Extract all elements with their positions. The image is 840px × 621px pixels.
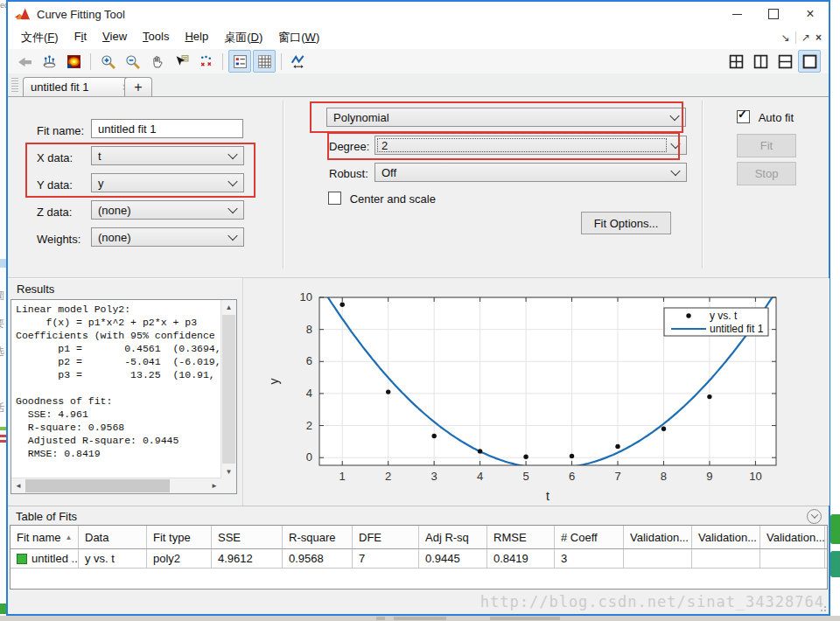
- menu-item-5[interactable]: 桌面(D): [216, 27, 270, 48]
- y-data-dropdown[interactable]: y: [91, 173, 244, 192]
- column-header-6[interactable]: Adj R-sq: [419, 526, 487, 548]
- table-cell-8: 3: [555, 549, 624, 568]
- table-cell-5: 7: [353, 549, 419, 568]
- column-header-2[interactable]: Fit type: [147, 526, 212, 548]
- minimize-button[interactable]: [718, 2, 755, 26]
- fit-button[interactable]: Fit: [737, 134, 796, 157]
- chevron-down-icon: [228, 150, 237, 159]
- scroll-up-icon[interactable]: ▲: [221, 300, 236, 314]
- layout-quad-icon[interactable]: [724, 50, 747, 73]
- grid-toggle-icon[interactable]: [253, 50, 276, 73]
- residuals-plot-icon[interactable]: [38, 50, 60, 73]
- collapse-panel-button[interactable]: [807, 509, 822, 524]
- maximize-button[interactable]: [755, 2, 792, 26]
- undock-icon[interactable]: ↗: [802, 31, 810, 44]
- svg-text:8: 8: [306, 323, 312, 336]
- tab-drag-handle[interactable]: [11, 78, 18, 93]
- z-data-dropdown[interactable]: (none): [91, 200, 244, 220]
- scroll-right-icon[interactable]: ►: [207, 478, 221, 493]
- weights-dropdown[interactable]: (none): [91, 227, 244, 247]
- vertical-scrollbar[interactable]: ▲ ▼: [220, 300, 236, 478]
- tab-untitled-fit-1[interactable]: untitled fit 1 ×: [23, 77, 136, 96]
- contour-plot-icon[interactable]: [62, 50, 85, 73]
- menu-item-6[interactable]: 窗口(W): [270, 27, 327, 48]
- menu-item-4[interactable]: Help: [177, 27, 216, 48]
- layout-single-icon[interactable]: [798, 50, 821, 73]
- menu-item-1[interactable]: Fit: [66, 27, 94, 48]
- scroll-down-icon[interactable]: ▼: [221, 464, 236, 478]
- column-header-11[interactable]: Validation...: [760, 526, 825, 548]
- svg-text:4: 4: [306, 387, 312, 400]
- fit-category-dropdown[interactable]: Polynomial: [326, 108, 686, 127]
- svg-text:7: 7: [614, 470, 620, 483]
- degree-dropdown[interactable]: 2: [374, 136, 687, 155]
- scrollbar-thumb[interactable]: [222, 315, 235, 464]
- column-header-0[interactable]: Fit name▲: [10, 526, 79, 548]
- separator: [281, 53, 282, 70]
- table-header-row: Fit name▲DataFit typeSSER-squareDFEAdj R…: [10, 526, 827, 549]
- table-of-fits-header: Table of Fits: [8, 506, 829, 526]
- background-text-fragment: 活: [0, 401, 4, 415]
- stop-button[interactable]: Stop: [737, 162, 796, 185]
- degree-label: Degree:: [329, 140, 369, 153]
- layout-vertical-split-icon[interactable]: [749, 50, 772, 73]
- auto-fit-checkbox[interactable]: Auto fit: [737, 110, 794, 124]
- menu-item-0[interactable]: 文件(F): [13, 27, 66, 48]
- close-button[interactable]: ×: [792, 2, 829, 26]
- watermark-text: http://blog.csdn.net/sinat_34328764: [480, 593, 824, 611]
- table-cell-0: untitled ...: [10, 549, 79, 568]
- scroll-left-icon[interactable]: ◄: [11, 478, 25, 493]
- main-plot-icon[interactable]: [13, 50, 36, 73]
- svg-text:y: y: [267, 379, 281, 385]
- pan-icon[interactable]: [145, 50, 168, 73]
- center-and-scale-checkbox[interactable]: Center and scale: [328, 192, 436, 206]
- table-cell-10: [692, 549, 760, 568]
- fit-options-button[interactable]: Fit Options...: [581, 212, 671, 234]
- separator: [222, 53, 223, 70]
- x-data-dropdown[interactable]: t: [91, 146, 244, 165]
- desktop-icon-fragment: [830, 551, 840, 577]
- background-bar: [0, 604, 6, 614]
- column-header-10[interactable]: Validation...: [692, 526, 760, 548]
- column-header-3[interactable]: SSE: [212, 526, 283, 548]
- svg-text:5: 5: [522, 470, 528, 483]
- horizontal-scrollbar[interactable]: ◄ ►: [11, 478, 221, 493]
- zoom-out-icon[interactable]: [121, 50, 144, 73]
- resize-grip[interactable]: [819, 604, 826, 611]
- layout-horizontal-split-icon[interactable]: [774, 50, 796, 73]
- column-header-7[interactable]: RMSE: [487, 526, 555, 548]
- background-text-fragment: 要: [0, 317, 4, 331]
- column-header-5[interactable]: DFE: [353, 526, 419, 548]
- column-header-1[interactable]: Data: [79, 526, 147, 548]
- separator: [795, 31, 796, 44]
- column-header-9[interactable]: Validation...: [624, 526, 692, 548]
- column-header-4[interactable]: R-square: [283, 526, 353, 548]
- table-cell-11: [760, 549, 825, 568]
- table-row[interactable]: untitled ...y vs. tpoly24.96120.956870.9…: [10, 549, 827, 569]
- datatip-icon[interactable]: [170, 50, 192, 73]
- adjust-axes-icon[interactable]: [287, 50, 310, 73]
- table-cell-2: poly2: [147, 549, 212, 568]
- table-cell-7: 0.8419: [487, 549, 555, 568]
- svg-text:2: 2: [385, 470, 391, 483]
- svg-text:1: 1: [340, 470, 346, 483]
- plot-canvas[interactable]: 123456789100246810tyy vs. tuntitled fit …: [243, 278, 830, 508]
- new-tab-button[interactable]: +: [124, 77, 152, 96]
- zoom-in-icon[interactable]: [96, 50, 119, 73]
- robust-dropdown[interactable]: Off: [374, 163, 687, 182]
- svg-text:10: 10: [749, 470, 761, 483]
- dock-icon[interactable]: ↘: [781, 31, 790, 44]
- results-text: Linear model Poly2: f(x) = p1*x^2 + p2*x…: [16, 303, 220, 477]
- legend-toggle-icon[interactable]: [228, 50, 251, 73]
- scrollbar-thumb[interactable]: [25, 479, 170, 492]
- menu-item-2[interactable]: View: [94, 27, 135, 48]
- panel-close-icon[interactable]: ×: [816, 31, 822, 44]
- column-header-8[interactable]: # Coeff: [555, 526, 624, 548]
- desktop-icon-fragment: [830, 514, 840, 544]
- plot-legend[interactable]: y vs. tuntitled fit 1: [664, 308, 768, 336]
- svg-text:untitled fit 1: untitled fit 1: [710, 323, 764, 335]
- fit-name-input[interactable]: untitled fit 1: [91, 119, 243, 138]
- menu-item-3[interactable]: Tools: [135, 27, 177, 48]
- exclude-outliers-icon[interactable]: [194, 50, 217, 73]
- plot-panel: 123456789100246810tyy vs. tuntitled fit …: [242, 278, 830, 506]
